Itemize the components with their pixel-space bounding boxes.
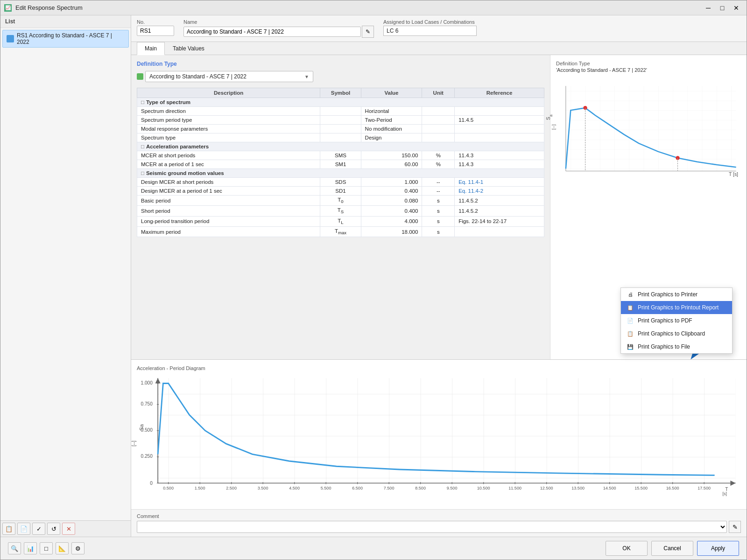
list-area: RS1 According to Standard - ASCE 7 | 202… [0,28,131,520]
group-row-accel: □Acceleration parameters [137,142,544,151]
def-type-dropdown[interactable]: According to Standard - ASCE 7 | 2022 ▼ [145,71,313,82]
minimize-button[interactable]: ─ [702,2,715,14]
param-table: Description Symbol Value Unit Reference … [137,88,544,237]
svg-text:7.500: 7.500 [384,486,395,490]
header-row: No. Name ✎ Assigned to Load Cases / Comb… [131,15,747,42]
svg-text:5.500: 5.500 [321,486,331,490]
table-row: Maximum period Tmax 18.000 s [137,226,544,237]
view-button[interactable]: 📊 [24,542,37,554]
assigned-value: LC 6 [383,26,477,36]
measure-button[interactable]: 📐 [56,542,69,554]
comment-input-row: ✎ [137,521,741,533]
printer-icon: 🖨 [627,291,634,298]
svg-text:15.500: 15.500 [634,486,648,490]
app-icon: 📈 [4,4,12,12]
col-header-ref: Reference [455,88,544,98]
group-toggle-type[interactable]: □ [141,99,144,105]
group-row-type: □Type of spectrum [137,98,544,107]
ref-link-eq114-1[interactable]: Eq. 11.4-1 [458,179,483,185]
svg-text:16.500: 16.500 [666,486,679,490]
list-item-label: RS1 According to Standard - ASCE 7 | 202… [17,32,125,45]
window-controls: ─ □ ✕ [702,2,743,14]
assigned-label: Assigned to Load Cases / Combinations [383,19,741,25]
def-type-color [137,73,143,80]
right-panel: No. Name ✎ Assigned to Load Cases / Comb… [131,15,747,537]
pdf-icon: 📄 [627,317,634,324]
ref-link-eq114-2[interactable]: Eq. 11.4-2 [458,188,483,194]
svg-rect-10 [158,378,736,483]
footer: 🔍 📊 □ 📐 ⚙ OK Cancel Apply [0,537,747,560]
ctx-print-printer[interactable]: 🖨 Print Graphics to Printer [621,288,732,301]
apply-button[interactable]: Apply [697,541,739,556]
ctx-print-file[interactable]: 💾 Print Graphics to File [621,340,732,353]
bottom-left-toolbar: 🔍 📊 □ 📐 ⚙ [8,542,85,554]
list-item[interactable]: RS1 According to Standard - ASCE 7 | 202… [2,30,129,48]
ok-small-button[interactable]: ✓ [32,523,45,535]
new-button[interactable]: 📄 [17,523,30,535]
col-header-value: Value [361,88,422,98]
group-toggle-accel[interactable]: □ [141,144,144,149]
svg-text:1.500: 1.500 [195,486,205,490]
report-icon: 📋 [627,304,634,311]
ctx-print-pdf[interactable]: 📄 Print Graphics to PDF [621,314,732,327]
svg-text:13.500: 13.500 [571,486,585,490]
no-field: No. [137,19,174,38]
col-header-symbol: Symbol [320,88,361,98]
svg-text:0: 0 [150,481,153,486]
table-row: Spectrum period type Two-Period 11.4.5 [137,116,544,125]
table-row: Basic period T0 0.080 s 11.4.5.2 [137,196,544,206]
main-content: List RS1 According to Standard - ASCE 7 … [0,15,747,537]
file-icon: 💾 [627,343,634,350]
maximize-button[interactable]: □ [716,2,729,14]
col-header-desc: Description [137,88,320,98]
search-button[interactable]: 🔍 [8,542,21,554]
close-button[interactable]: ✕ [730,2,743,14]
svg-text:[s]: [s] [723,491,727,496]
settings-button[interactable]: ⚙ [71,542,85,554]
ctx-print-clipboard[interactable]: 📋 Print Graphics to Clipboard [621,327,732,340]
big-chart-area: Acceleration - Period Diagram [131,360,747,509]
chart-def-type-label: Definition Type [556,61,741,66]
ctx-print-report[interactable]: 📋 Print Graphics to Printout Report [621,301,732,314]
group-toggle-seismic[interactable]: □ [141,170,144,176]
name-input[interactable] [183,27,361,37]
name-field: Name ✎ [183,19,374,38]
svg-text:0.750: 0.750 [141,401,153,406]
svg-text:[--]: [--] [131,441,136,447]
table-row: MCER at a period of 1 sec SM1 60.00 % 11… [137,160,544,169]
no-input[interactable] [137,26,174,36]
clipboard-icon: 📋 [627,330,634,337]
table-row: Spectrum direction Horizontal [137,107,544,116]
bottom-section: Acceleration - Period Diagram [131,359,747,537]
box-button[interactable]: □ [40,542,53,554]
svg-text:[--]: [--] [551,125,556,130]
table-row: Short period TS 0.400 s 11.4.5.2 [137,206,544,216]
context-menu: 🖨 Print Graphics to Printer 📋 Print Grap… [620,287,733,354]
tab-main[interactable]: Main [137,42,165,55]
cancel-button[interactable]: Cancel [651,541,693,556]
delete-button[interactable]: ✕ [62,523,75,535]
svg-text:14.500: 14.500 [603,486,616,490]
svg-text:Sa: Sa [139,424,144,431]
comment-select[interactable] [137,521,727,533]
svg-text:11.500: 11.500 [508,486,521,490]
svg-text:T [s]: T [s] [729,172,738,177]
table-row: Design MCER at a period of 1 sec SD1 0.4… [137,187,544,196]
table-row: Design MCER at short periods SDS 1.000 -… [137,178,544,187]
svg-text:10.500: 10.500 [477,486,490,490]
svg-text:0.500: 0.500 [163,486,174,490]
ok-button[interactable]: OK [606,541,648,556]
group-row-seismic: □Seismic ground motion values [137,169,544,178]
svg-text:1.000: 1.000 [141,380,153,385]
tab-table-values[interactable]: Table Values [165,42,212,55]
reset-button[interactable]: ↺ [47,523,60,535]
name-edit-button[interactable]: ✎ [362,26,374,38]
copy-button[interactable]: 📋 [2,523,15,535]
comment-edit-button[interactable]: ✎ [729,521,741,533]
title-bar: 📈 Edit Response Spectrum ─ □ ✕ [0,0,747,15]
window-title: Edit Response Spectrum [15,4,83,11]
big-chart-title: Acceleration - Period Diagram [137,365,741,371]
tab-bar: Main Table Values [131,42,747,55]
list-header: List [0,15,131,28]
svg-text:3.500: 3.500 [258,486,268,490]
